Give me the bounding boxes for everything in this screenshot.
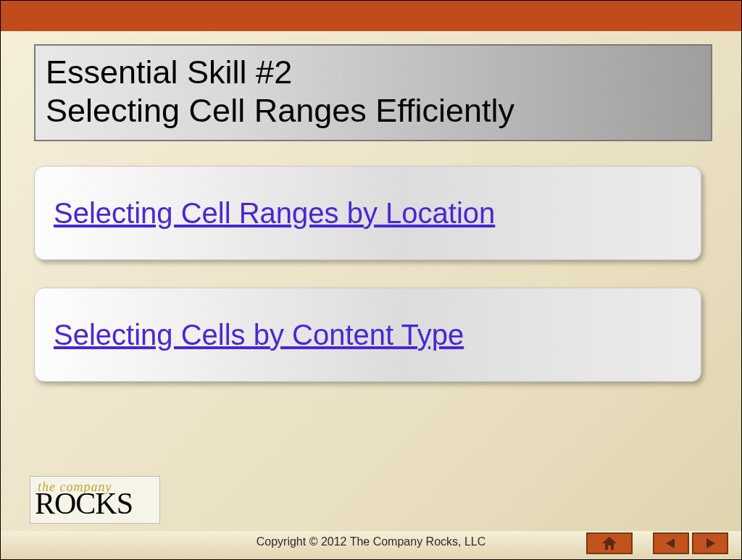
title-line-2: Selecting Cell Ranges Efficiently xyxy=(46,91,701,130)
home-button[interactable] xyxy=(586,532,633,554)
top-accent-bar xyxy=(1,1,741,31)
arrow-right-icon xyxy=(704,537,717,550)
home-icon xyxy=(601,536,617,551)
title-line-1: Essential Skill #2 xyxy=(46,53,701,91)
link-item-content-type[interactable]: Selecting Cells by Content Type xyxy=(34,288,701,382)
arrow-left-icon xyxy=(664,537,678,550)
svg-marker-0 xyxy=(602,537,617,550)
link-location[interactable]: Selecting Cell Ranges by Location xyxy=(54,197,495,230)
title-box: Essential Skill #2 Selecting Cell Ranges… xyxy=(34,44,712,141)
footer-bar: Copyright © 2012 The Company Rocks, LLC xyxy=(1,531,741,560)
copyright-text: Copyright © 2012 The Company Rocks, LLC xyxy=(257,535,486,548)
link-content-type[interactable]: Selecting Cells by Content Type xyxy=(54,319,464,351)
logo-bottom-text: ROCKS xyxy=(35,491,155,517)
nav-button-group xyxy=(586,532,728,554)
nav-pair xyxy=(653,532,728,554)
link-item-location[interactable]: Selecting Cell Ranges by Location xyxy=(34,166,701,260)
next-button[interactable] xyxy=(692,532,728,554)
company-logo: the company ROCKS xyxy=(30,476,160,524)
prev-button[interactable] xyxy=(653,532,689,554)
svg-marker-1 xyxy=(666,538,675,548)
main-content: Essential Skill #2 Selecting Cell Ranges… xyxy=(1,31,741,531)
svg-marker-2 xyxy=(706,538,715,548)
